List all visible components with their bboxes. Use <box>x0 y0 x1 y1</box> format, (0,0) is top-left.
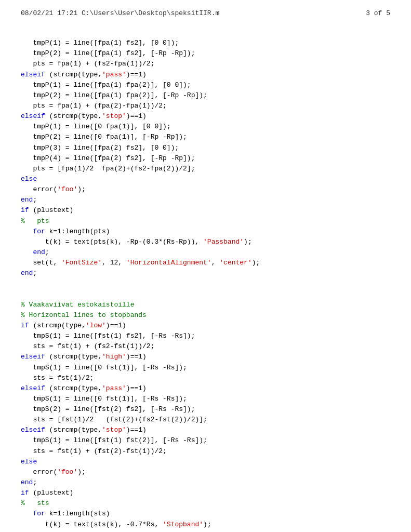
code-line: end; <box>21 195 390 205</box>
code-line: tmpS(1) = line([fst(1) fst(2)], [-Rs -Rs… <box>21 435 390 446</box>
code-line: if (plustext) <box>21 205 390 216</box>
page-number: 3 of 5 <box>366 9 390 17</box>
code-line: pts = fpa(1) + (fs2-fpa(1))/2; <box>21 59 390 69</box>
code-line: end; <box>21 268 390 278</box>
code-line: t(k) = text(sts(k), -0.7*Rs, 'Stopband')… <box>21 520 390 530</box>
blank-line <box>21 278 390 289</box>
code-line: if (strcmp(type,'low')==1) <box>21 321 390 331</box>
code-line: tmpP(1) = line([0 fpa(1)], [0 0]); <box>21 122 390 132</box>
page-header: 08/02/21 17:21 C:\Users\User\Desktop\spe… <box>0 0 411 22</box>
code-line: sts = fst(1) + (fst(2)-fst(1))/2; <box>21 446 390 457</box>
code-line: set(t, 'FontSize', 12, 'HorizontalAlignm… <box>21 258 390 268</box>
code-line: elseif (strcmp(type,'pass')==1) <box>21 70 390 80</box>
code-line: sts = fst(1)/2; <box>21 373 390 383</box>
code-line: elseif (strcmp(type,'high')==1) <box>21 352 390 362</box>
code-line: tmpP(1) = line([fpa(1) fpa(2)], [0 0]); <box>21 80 390 90</box>
code-line: tmpP(1) = line([fpa(1) fs2], [0 0]); <box>21 38 390 48</box>
code-line: if (plustext) <box>21 488 390 498</box>
code-line: tmpP(3) = line([fpa(2) fs2], [0 0]); <box>21 143 390 153</box>
code-line: tmpP(2) = line([fpa(1) fpa(2)], [-Rp -Rp… <box>21 90 390 101</box>
code-line: end; <box>21 530 390 532</box>
code-line: error('foo'); <box>21 467 390 477</box>
code-line: tmpP(2) = line([0 fpa(1)], [-Rp -Rp]); <box>21 132 390 142</box>
code-line: elseif (strcmp(type,'stop')==1) <box>21 111 390 122</box>
code-line: tmpS(2) = line([fst(2) fs2], [-Rs -Rs]); <box>21 404 390 415</box>
code-line: tmpP(4) = line([fpa(2) fs2], [-Rp -Rp]); <box>21 153 390 164</box>
code-line: else <box>21 457 390 467</box>
code-line: pts = fpa(1) + (fpa(2)-fpa(1))/2; <box>21 101 390 111</box>
code-line: t(k) = text(pts(k), -Rp-(0.3*(Rs-Rp)), '… <box>21 237 390 247</box>
code-line: % sts <box>21 498 390 509</box>
code-line: sts = [fst(1)/2 (fst(2)+(fs2-fst(2))/2)]… <box>21 415 390 425</box>
code-line: for k=1:length(sts) <box>21 509 390 519</box>
code-line: error('foo'); <box>21 184 390 195</box>
code-line: end; <box>21 477 390 488</box>
code-line: tmpS(1) = line([0 fst(1)], [-Rs -Rs]); <box>21 394 390 404</box>
code-line: % Vaakaviivat estokaistoille <box>21 300 390 310</box>
code-line: pts = [fpa(1)/2 fpa(2)+(fs2-fpa(2))/2]; <box>21 164 390 174</box>
code-line: tmpP(2) = line([fpa(1) fs2], [-Rp -Rp]); <box>21 48 390 59</box>
code-block: tmpP(1) = line([fpa(1) fs2], [0 0]); tmp… <box>0 22 411 532</box>
code-line: % pts <box>21 216 390 227</box>
code-line: end; <box>21 247 390 258</box>
code-line: tmpS(1) = line([fst(1) fs2], [-Rs -Rs]); <box>21 331 390 341</box>
code-line: else <box>21 174 390 184</box>
code-line: tmpS(1) = line([0 fst(1)], [-Rs -Rs]); <box>21 363 390 373</box>
blank-line <box>21 289 390 300</box>
code-line: % Horizontal lines to stopbands <box>21 310 390 321</box>
code-line: for k=1:length(pts) <box>21 227 390 237</box>
code-line: elseif (strcmp(type,'stop')==1) <box>21 425 390 435</box>
file-info: 08/02/21 17:21 C:\Users\User\Desktop\spe… <box>21 9 219 17</box>
code-line: sts = fst(1) + (fs2-fst(1))/2; <box>21 341 390 352</box>
code-line: elseif (strcmp(type,'pass')==1) <box>21 383 390 394</box>
